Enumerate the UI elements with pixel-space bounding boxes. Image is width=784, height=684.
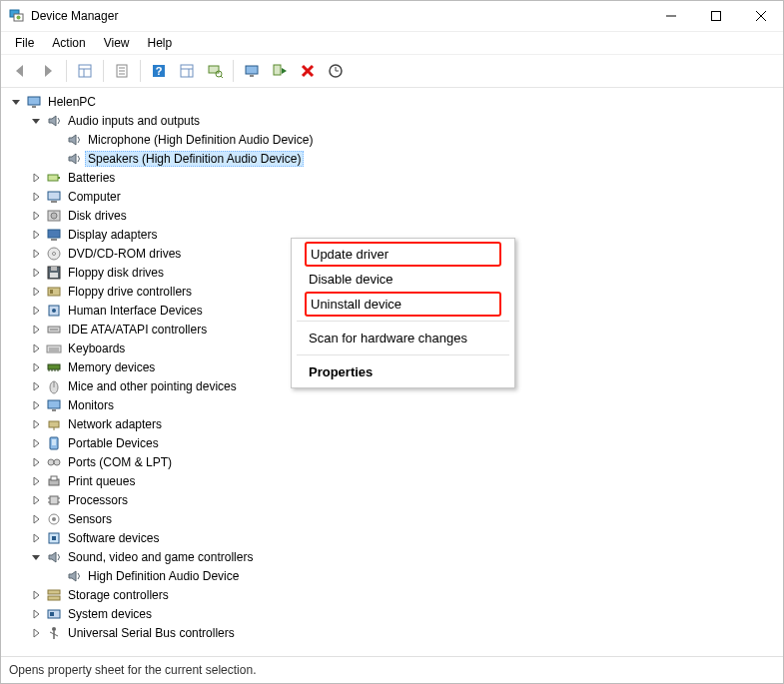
disclosure-icon[interactable] <box>29 247 43 261</box>
ctx-separator <box>297 354 509 355</box>
speaker-icon <box>66 151 82 167</box>
ctx-disable-device[interactable]: Disable device <box>295 267 511 292</box>
disclosure-icon[interactable] <box>29 323 43 337</box>
ctx-scan-hardware[interactable]: Scan for hardware changes <box>295 326 511 350</box>
disclosure-icon[interactable] <box>29 474 43 488</box>
usb-icon <box>46 625 62 641</box>
disclosure-icon[interactable] <box>29 626 43 640</box>
tree-category-19[interactable]: Software devices <box>1 528 783 547</box>
mouse-icon <box>46 378 62 394</box>
tree-item-sound-0[interactable]: High Definition Audio Device <box>1 566 783 585</box>
menu-view[interactable]: View <box>96 34 138 52</box>
tree-category-13[interactable]: Network adapters <box>1 414 783 433</box>
svg-rect-16 <box>181 65 193 77</box>
tree-item-audio-0[interactable]: Microphone (High Definition Audio Device… <box>1 130 783 149</box>
tree-item-audio-1[interactable]: Speakers (High Definition Audio Device) <box>1 149 783 168</box>
tree-category-14[interactable]: Portable Devices <box>1 433 783 452</box>
tree-item-label: Software devices <box>65 531 162 545</box>
disclosure-icon[interactable] <box>29 304 43 318</box>
tree-category-tail-1[interactable]: System devices <box>1 604 783 623</box>
tree-category-17[interactable]: Processors <box>1 490 783 509</box>
disclosure-icon[interactable] <box>29 228 43 242</box>
svg-rect-71 <box>51 476 57 480</box>
disclosure-icon[interactable] <box>9 95 23 109</box>
forward-button[interactable] <box>35 58 61 84</box>
menu-action[interactable]: Action <box>44 34 93 52</box>
svg-rect-39 <box>48 230 60 238</box>
tree-item-label: Floppy drive controllers <box>65 285 195 299</box>
disclosure-icon[interactable] <box>29 285 43 299</box>
tree-root[interactable]: HelenPC <box>1 92 783 111</box>
disclosure-icon[interactable] <box>29 531 43 545</box>
properties-button[interactable] <box>109 58 135 84</box>
disclosure-icon[interactable] <box>29 455 43 469</box>
ctx-update-driver[interactable]: Update driver <box>307 244 499 265</box>
svg-rect-67 <box>52 439 56 445</box>
maximize-button[interactable] <box>693 1 738 31</box>
tree-category-15[interactable]: Ports (COM & LPT) <box>1 452 783 471</box>
disclosure-icon[interactable] <box>29 114 43 128</box>
disclosure-icon[interactable] <box>29 588 43 602</box>
disclosure-icon[interactable] <box>29 209 43 223</box>
tree-category-tail-2[interactable]: Universal Serial Bus controllers <box>1 623 783 642</box>
toolbar-separator <box>233 60 234 82</box>
disclosure-icon[interactable] <box>29 266 43 280</box>
tree-item-label: Keyboards <box>65 342 128 355</box>
svg-rect-34 <box>58 177 60 179</box>
tree-category-16[interactable]: Print queues <box>1 471 783 490</box>
display-icon <box>46 227 62 243</box>
svg-rect-4 <box>711 12 720 21</box>
tree-item-label: Processors <box>65 493 131 507</box>
enable-device-button[interactable] <box>267 58 293 84</box>
toolbar-separator <box>140 60 141 82</box>
tree-category-sound[interactable]: Sound, video and game controllers <box>1 547 783 566</box>
disclosure-icon[interactable] <box>29 493 43 507</box>
disclosure-icon[interactable] <box>29 342 43 355</box>
tree-category-0[interactable]: Batteries <box>1 168 783 187</box>
tree-category-2[interactable]: Disk drives <box>1 206 783 225</box>
svg-rect-29 <box>32 106 36 108</box>
disclosure-icon[interactable] <box>29 550 43 564</box>
disclosure-icon[interactable] <box>29 360 43 374</box>
disclosure-icon[interactable] <box>29 607 43 621</box>
disclosure-icon[interactable] <box>29 190 43 204</box>
disk-icon <box>46 208 62 224</box>
show-hidden-button[interactable] <box>239 58 265 84</box>
tree-item-label: DVD/CD-ROM drives <box>65 247 184 261</box>
svg-point-68 <box>48 459 54 465</box>
back-button[interactable] <box>7 58 33 84</box>
svg-point-42 <box>53 252 56 255</box>
action-pane-button[interactable] <box>174 58 200 84</box>
disclosure-icon[interactable] <box>29 379 43 393</box>
svg-point-87 <box>52 627 56 631</box>
help-button[interactable]: ? <box>146 58 172 84</box>
update-driver-button[interactable] <box>323 58 349 84</box>
tree-item-label: Network adapters <box>65 417 165 431</box>
svg-marker-30 <box>49 116 56 126</box>
console-tree-button[interactable] <box>72 58 98 84</box>
uninstall-button[interactable] <box>295 58 321 84</box>
disclosure-icon[interactable] <box>29 417 43 431</box>
speaker-icon <box>46 549 62 565</box>
scan-hardware-button[interactable] <box>202 58 228 84</box>
tree-category-tail-0[interactable]: Storage controllers <box>1 585 783 604</box>
highlight-uninstall: Uninstall device <box>305 292 501 317</box>
tree-category-audio[interactable]: Audio inputs and outputs <box>1 111 783 130</box>
ctx-uninstall-device[interactable]: Uninstall device <box>307 294 499 315</box>
window-controls <box>648 1 783 31</box>
minimize-button[interactable] <box>648 1 693 31</box>
menu-file[interactable]: File <box>7 34 42 52</box>
tree-category-12[interactable]: Monitors <box>1 395 783 414</box>
tree-category-1[interactable]: Computer <box>1 187 783 206</box>
window-title: Device Manager <box>31 9 648 23</box>
menu-help[interactable]: Help <box>140 34 181 52</box>
svg-rect-33 <box>48 175 58 181</box>
device-tree[interactable]: HelenPCAudio inputs and outputsMicrophon… <box>1 88 783 657</box>
ctx-properties[interactable]: Properties <box>295 359 511 384</box>
disclosure-icon[interactable] <box>29 436 43 450</box>
disclosure-icon[interactable] <box>29 398 43 412</box>
tree-category-18[interactable]: Sensors <box>1 509 783 528</box>
disclosure-icon[interactable] <box>29 171 43 185</box>
close-button[interactable] <box>738 1 783 31</box>
disclosure-icon[interactable] <box>29 512 43 526</box>
